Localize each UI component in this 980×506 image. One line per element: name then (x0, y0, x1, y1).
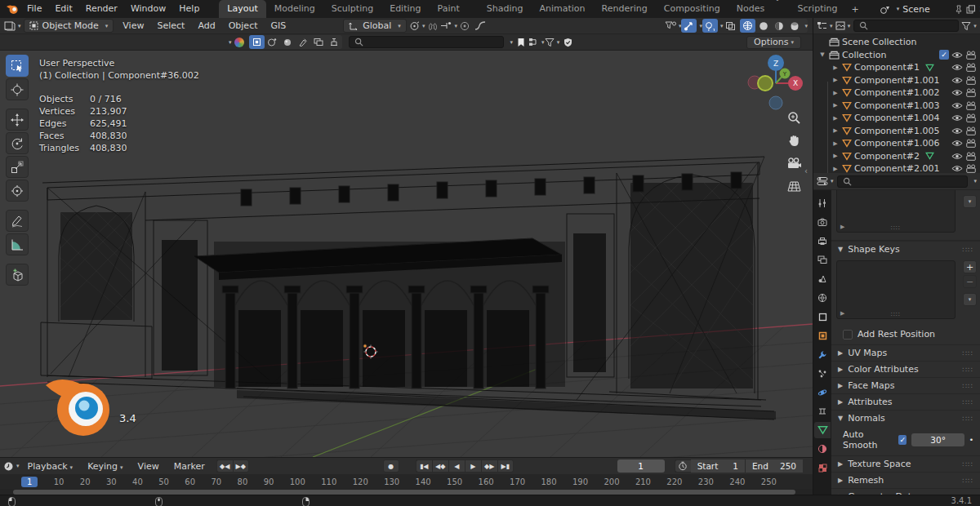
editor-type-icon[interactable]: ▾ (4, 19, 21, 33)
drag-grip-icon[interactable]: ∷∷ (963, 415, 973, 423)
xray-toggle[interactable] (723, 19, 738, 33)
drag-grip-icon[interactable]: ∷∷ (963, 398, 973, 406)
tab-world[interactable] (814, 290, 831, 306)
expand-icon[interactable]: ▶ (831, 77, 840, 83)
drag-grip-icon[interactable]: ∷∷ (963, 382, 973, 390)
outliner-row-object[interactable]: ▶ Component#1.002 (813, 87, 980, 100)
pivot-point-dropdown[interactable]: ▾ (409, 19, 425, 33)
outliner-filter-image-icon[interactable]: ▾ (835, 19, 851, 33)
tab-uv-editing[interactable]: UV Editing (381, 0, 429, 18)
tab-geometry-nodes[interactable]: Geometry Nodes (728, 0, 790, 18)
disable-render-icon[interactable] (965, 164, 977, 173)
camera-view-icon[interactable] (784, 153, 804, 173)
play-button[interactable]: ▶ (465, 459, 481, 473)
drag-grip-icon[interactable]: ∷∷ (963, 366, 973, 374)
shape-keys-list[interactable]: ▶ ∷∷ (836, 260, 956, 319)
collection-tree-icon[interactable]: ▾ (528, 35, 545, 49)
remesh-panel-header[interactable]: ▶Remesh∷∷ (831, 472, 980, 488)
outliner-row-object[interactable]: ▶ Component#2 (813, 150, 980, 163)
menu-keying[interactable]: Keying▾ (81, 461, 129, 472)
outliner-row-object[interactable]: ▶ Component#1.001 (813, 74, 980, 87)
collection-checkbox[interactable]: ✓ (939, 50, 949, 60)
expand-icon[interactable]: ▶ (831, 127, 840, 134)
prev-keyframe-button[interactable]: ◀◆ (432, 459, 448, 473)
hide-viewport-icon[interactable] (951, 114, 963, 122)
tab-constraints[interactable] (814, 403, 831, 419)
show-object-types-dropdown[interactable]: ▾ (665, 19, 682, 33)
brush-button[interactable] (296, 35, 311, 49)
measure-tool[interactable] (6, 233, 29, 255)
hide-viewport-icon[interactable] (951, 51, 963, 59)
current-frame-indicator[interactable]: 1 (21, 477, 38, 487)
resize-grip[interactable]: ∷∷ (891, 311, 901, 318)
tab-object-data[interactable] (814, 422, 831, 438)
region-collapse-icon[interactable]: ‹ (804, 166, 808, 175)
layers-button[interactable] (311, 35, 327, 49)
jump-to-end-button[interactable]: ▶▮ (497, 459, 514, 473)
next-keyframe-button[interactable]: ◆▶ (481, 459, 497, 473)
select-box-tool[interactable] (6, 55, 29, 77)
menu-file[interactable]: File (20, 0, 48, 18)
expand-icon[interactable]: ▶ (840, 310, 844, 317)
tab-layout[interactable]: Layout (219, 0, 265, 18)
menu-marker[interactable]: Marker (167, 461, 212, 472)
outliner-display-mode-icon[interactable]: ▾ (817, 19, 833, 33)
shape-key-specials-button[interactable]: ▾ (963, 293, 977, 306)
tab-modifiers[interactable] (814, 347, 831, 363)
outliner-search-input[interactable] (853, 20, 959, 32)
outliner-row-object[interactable]: ▶ Component#1.003 (813, 100, 980, 113)
tab-tool[interactable] (814, 195, 831, 211)
shading-wireframe-button[interactable] (740, 19, 755, 33)
hide-viewport-icon[interactable] (951, 165, 963, 172)
play-reverse-button[interactable]: ◀ (448, 459, 465, 473)
timeline-editor-icon[interactable]: ▾ (3, 459, 20, 473)
tab-texture[interactable] (814, 460, 831, 477)
blender-logo-icon[interactable] (7, 3, 19, 15)
expand-icon[interactable]: ▶ (831, 90, 840, 96)
properties-options-icon[interactable]: ▾ (973, 178, 977, 184)
transform-orientation-dropdown[interactable]: Global ▾ (343, 19, 407, 33)
remove-shape-key-button[interactable]: − (963, 275, 977, 288)
disable-render-icon[interactable] (965, 152, 977, 161)
current-frame-field[interactable]: 1 (617, 459, 665, 473)
expand-icon[interactable]: ▶ (831, 153, 840, 159)
tab-modeling[interactable]: Modeling (266, 0, 323, 18)
menu-add[interactable]: Add (191, 20, 221, 31)
attributes-panel-header[interactable]: ▶Attributes∷∷ (831, 393, 980, 410)
texture-space-panel-header[interactable]: ▶Texture Space∷∷ (831, 455, 980, 472)
disable-render-icon[interactable] (965, 101, 977, 110)
orthographic-grid-icon[interactable] (784, 176, 804, 196)
tab-output[interactable] (814, 233, 831, 249)
sphere-dots-button[interactable] (265, 35, 280, 49)
drag-grip-icon[interactable]: ∷∷ (963, 477, 973, 485)
add-shape-key-button[interactable]: + (963, 260, 977, 273)
tab-view-layer[interactable] (814, 252, 831, 269)
pin-icon[interactable] (955, 4, 963, 15)
filter-funnel-icon[interactable]: ▾ (545, 35, 560, 49)
panel-divider[interactable] (813, 18, 813, 495)
resize-grip[interactable]: ∷∷ (891, 224, 901, 232)
tab-compositing[interactable]: Compositing (656, 0, 728, 18)
outliner-row-scene-collection[interactable]: Scene Collection (813, 36, 980, 49)
hide-viewport-icon[interactable] (951, 102, 963, 109)
hide-viewport-icon[interactable] (951, 77, 963, 84)
expand-icon[interactable]: ▶ (831, 140, 840, 147)
properties-search-input[interactable] (837, 175, 969, 188)
auto-keying-record-button[interactable]: ● (383, 459, 399, 473)
menu-playback[interactable]: Playback▾ (21, 461, 80, 472)
jump-to-start-button[interactable]: ▮◀ (416, 459, 432, 473)
options-button[interactable]: Options ▾ (746, 36, 801, 49)
transform-tool[interactable] (6, 180, 29, 202)
expand-icon[interactable]: ▶ (831, 102, 840, 109)
cursor-tool[interactable] (6, 78, 29, 100)
add-cube-tool[interactable] (6, 264, 29, 286)
disable-render-icon[interactable] (965, 113, 977, 122)
jump-next-keyframe-button[interactable]: ▶◆ (233, 459, 249, 473)
tool-search-input[interactable] (349, 36, 504, 48)
menu-render[interactable]: Render (79, 0, 124, 18)
auto-smooth-angle-field[interactable]: 30° (911, 433, 964, 446)
texture-set-button[interactable] (249, 35, 265, 49)
menu-window[interactable]: Window (124, 0, 172, 18)
zoom-icon[interactable] (784, 108, 804, 127)
disable-render-icon[interactable] (965, 63, 977, 72)
